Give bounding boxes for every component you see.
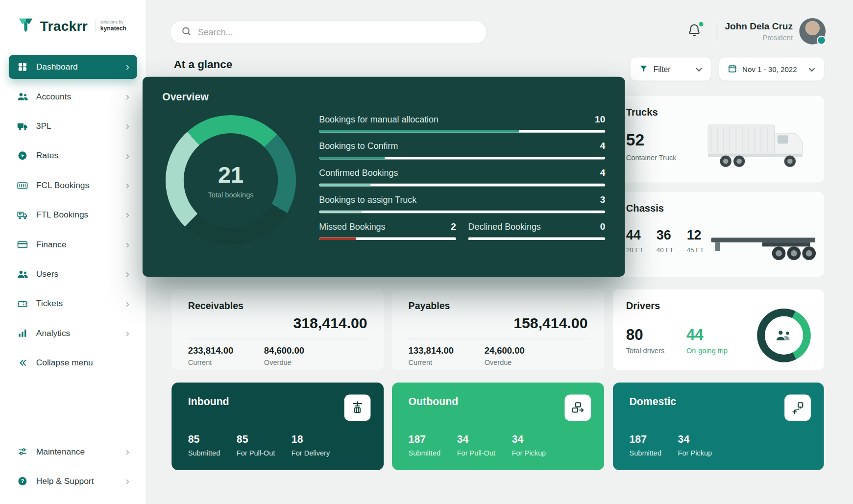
progress-track <box>319 237 456 240</box>
sidebar-item-3pl[interactable]: 3PL › <box>9 114 137 138</box>
sidebar-item-accounts[interactable]: Accounts › <box>9 84 137 108</box>
sidebar-item-users[interactable]: Users › <box>9 262 137 286</box>
chassis-title: Chassis <box>626 203 811 214</box>
sidebar-item-ftl-bookings[interactable]: FTL Bookings › <box>9 203 137 227</box>
chevron-right-icon: › <box>126 239 129 250</box>
brand-name: Trackrr <box>40 18 88 33</box>
payables-overdue: 24,600.00 Overdue <box>485 345 525 367</box>
calendar-icon <box>728 64 737 74</box>
search-input[interactable] <box>198 27 475 37</box>
sidebar-item-dashboard[interactable]: Dashboard › <box>9 55 137 79</box>
users-icon <box>17 268 29 280</box>
stat-value: 85 <box>237 433 275 446</box>
people-group-icon <box>774 328 794 342</box>
stat-label: For Pull-Out <box>457 449 495 457</box>
user-role: President <box>725 33 792 42</box>
progress-fill <box>319 184 370 187</box>
progress-row-declined: Declined Bookings 0 <box>468 221 606 240</box>
chevron-down-icon <box>808 65 815 73</box>
stat-label: Submitted <box>188 449 220 457</box>
stat-value: 34 <box>457 433 495 446</box>
brand-tagline-line2: kynatech <box>100 25 126 32</box>
sidebar-item-collapse-menu[interactable]: Collapse menu <box>9 351 137 375</box>
sidebar-item-label: Analytics <box>36 328 70 338</box>
drivers-ongoing: 44 On-going trip <box>686 326 728 355</box>
stat-value: 34 <box>512 433 546 446</box>
overdue-value: 84,600.00 <box>264 345 304 356</box>
payables-total: 158,414.00 <box>409 315 588 332</box>
brand-tagline: solutions by kynatech <box>95 20 126 31</box>
receivables-title: Receivables <box>188 300 367 312</box>
chevron-right-icon: › <box>126 446 129 457</box>
chevron-right-icon: › <box>126 268 129 279</box>
chevron-right-icon: › <box>126 209 129 220</box>
payables-current: 133,814.00 Current <box>409 345 454 367</box>
brand-logo: Trackrr solutions by kynatech <box>0 0 146 36</box>
progress-fill <box>319 211 362 214</box>
trackrr-logo-icon <box>17 15 35 36</box>
stat-label: For Delivery <box>292 449 330 457</box>
progress-value: 3 <box>600 194 606 205</box>
screen: Trackrr solutions by kynatech Dashboard … <box>0 0 853 504</box>
filter-label: Filter <box>654 65 671 73</box>
progress-label: Declined Bookings <box>468 222 541 232</box>
sidebar-item-maintenance[interactable]: Maintenance › <box>9 439 137 463</box>
date-range-value: Nov 1 - 30, 2022 <box>742 65 797 73</box>
stat-label: 20 FT <box>626 246 643 254</box>
sidebar-item-finance[interactable]: Finance › <box>9 232 137 256</box>
rates-coin-icon <box>17 149 29 162</box>
inbound-for-delivery: 18 For Delivery <box>292 433 330 457</box>
truck-document-icon <box>17 209 29 221</box>
inbound-submitted: 85 Submitted <box>188 433 220 457</box>
question-circle-icon: ? <box>17 475 29 487</box>
sidebar-item-label: Collapse menu <box>36 358 93 368</box>
filter-funnel-icon <box>639 64 648 74</box>
sidebar-item-label: Dashboard <box>36 62 78 72</box>
progress-value: 10 <box>595 114 605 125</box>
sidebar-item-help-support[interactable]: ? Help & Support › <box>9 469 137 493</box>
sidebar-item-label: Finance <box>36 240 67 249</box>
progress-value: 0 <box>600 221 606 232</box>
total-bookings-label: Total bookings <box>208 191 254 199</box>
sidebar-item-label: 3PL <box>36 121 51 131</box>
current-value: 133,814.00 <box>409 345 454 356</box>
brand-tagline-line1: solutions by <box>100 20 126 24</box>
notification-bell-icon[interactable] <box>687 23 704 41</box>
topbar-divider <box>716 22 717 42</box>
divider <box>409 338 588 339</box>
receivables-overdue: 84,600.00 Overdue <box>264 345 304 367</box>
ongoing-trip-value: 44 <box>686 326 728 344</box>
overview-progress-list: Bookings for manual allocation 10 Bookin… <box>319 114 605 246</box>
ticket-icon <box>17 298 29 310</box>
chassis-card: Chassis 44 20 FT 36 40 FT 12 45 FT <box>613 192 824 277</box>
ongoing-trip-label: On-going trip <box>686 346 728 355</box>
domestic-title: Domestic <box>629 396 807 408</box>
progress-label: Bookings for manual allocation <box>319 115 439 124</box>
bar-chart-icon <box>17 327 29 339</box>
sidebar: Trackrr solutions by kynatech Dashboard … <box>0 0 146 504</box>
overview-card: Overview 21 Total bookings Bookings for … <box>143 77 625 277</box>
avatar <box>799 18 826 45</box>
chevron-right-icon: › <box>126 298 129 309</box>
stat-value: 44 <box>626 227 643 242</box>
sidebar-item-label: Users <box>36 269 58 279</box>
sidebar-item-tickets[interactable]: Tickets › <box>9 291 137 315</box>
date-range-picker[interactable]: Nov 1 - 30, 2022 <box>719 57 824 80</box>
user-profile[interactable]: John Dela Cruz President <box>723 18 826 45</box>
overview-title: Overview <box>162 91 605 103</box>
stat-label: For Pickup <box>678 449 712 457</box>
filter-button[interactable]: Filter <box>631 57 711 80</box>
payables-card: Payables 158,414.00 133,814.00 Current 2… <box>392 289 604 370</box>
stat-value: 12 <box>687 227 704 242</box>
progress-label: Missed Bookings <box>319 222 385 232</box>
progress-value: 2 <box>451 221 456 232</box>
credit-card-icon <box>17 239 29 251</box>
total-bookings-value: 21 <box>218 162 244 188</box>
domestic-submitted: 187 Submitted <box>629 433 661 457</box>
sidebar-item-analytics[interactable]: Analytics › <box>9 321 137 345</box>
sidebar-item-rates[interactable]: Rates › <box>9 144 137 168</box>
user-name: John Dela Cruz <box>725 21 792 32</box>
chevron-right-icon: › <box>126 328 129 338</box>
accounts-people-icon <box>17 91 29 103</box>
sidebar-item-fcl-bookings[interactable]: FCL Bookings › <box>9 173 137 197</box>
